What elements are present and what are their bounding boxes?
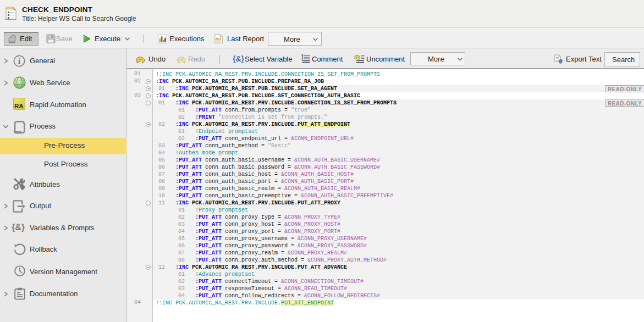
svg-text:i: i bbox=[18, 57, 20, 65]
svg-text:RA: RA bbox=[14, 103, 24, 109]
